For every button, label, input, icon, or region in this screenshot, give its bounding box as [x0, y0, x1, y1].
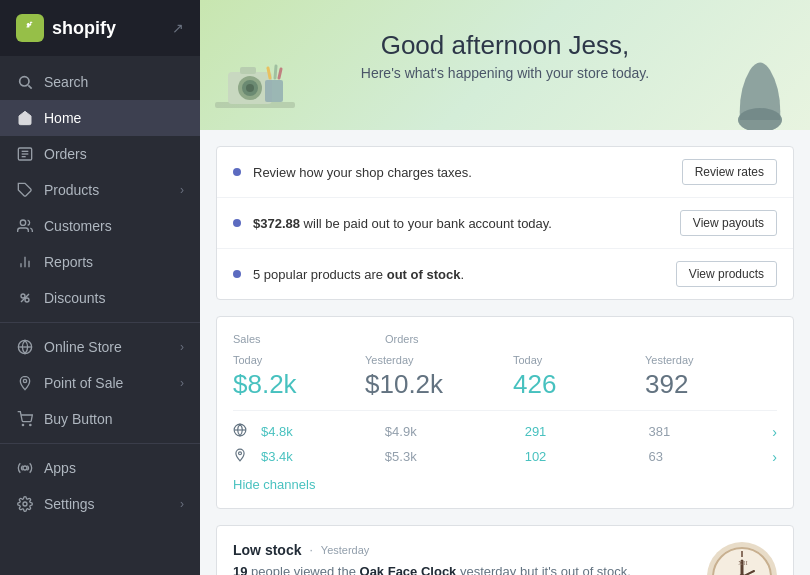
sidebar-item-settings[interactable]: Settings › [0, 486, 200, 522]
low-stock-text-mid: people viewed the [251, 564, 359, 575]
svg-line-1 [28, 85, 31, 88]
low-stock-title: Low stock [233, 542, 301, 558]
apps-label: Apps [44, 460, 76, 476]
low-stock-badge: Yesterday [321, 544, 370, 556]
hero-subtitle: Here's what's happening with your store … [240, 65, 770, 81]
sales-today-value: $8.2k [233, 369, 365, 400]
sidebar: shopify ↗ Search Home [0, 0, 200, 575]
orders-today-value: 426 [513, 369, 645, 400]
sidebar-item-customers[interactable]: Customers [0, 208, 200, 244]
svg-rect-27 [265, 80, 283, 102]
view-products-button[interactable]: View products [676, 261, 777, 287]
settings-icon [16, 495, 34, 513]
pos-chevron-icon: › [180, 376, 184, 390]
review-rates-button[interactable]: Review rates [682, 159, 777, 185]
low-stock-description: 19 people viewed the Oak Face Clock yest… [233, 564, 707, 575]
svg-rect-26 [240, 67, 256, 74]
orders-label: Orders [44, 146, 87, 162]
ch2-orders-yesterday: 63 [648, 449, 772, 464]
stat-sales-label-cell: Sales [233, 333, 369, 348]
stat-spacer1 [505, 333, 641, 348]
notification-text-payout: $372.88 will be paid out to your bank ac… [253, 216, 680, 231]
orders-yesterday-label: Yesterday [645, 354, 777, 366]
svg-line-30 [279, 69, 281, 78]
channel-row-2: $3.4k $5.3k 102 63 › [233, 444, 777, 469]
sales-today-col: Today $8.2k [233, 354, 365, 400]
notification-dot-taxes [233, 168, 241, 176]
globe-icon [233, 423, 253, 440]
notification-dot-payout [233, 219, 241, 227]
sidebar-item-products[interactable]: Products › [0, 172, 200, 208]
stats-top-row: Sales Orders [233, 333, 777, 348]
notification-payout: $372.88 will be paid out to your bank ac… [217, 198, 793, 249]
stock-highlight: out of stock [387, 267, 461, 282]
ch1-sales-today: $4.8k [261, 424, 385, 439]
low-stock-content: Low stock · Yesterday 19 people viewed t… [233, 542, 707, 575]
ch2-sales-yesterday: $5.3k [385, 449, 509, 464]
sales-section-title: Sales [233, 333, 369, 345]
sidebar-item-discounts[interactable]: Discounts [0, 280, 200, 316]
notification-text-stock: 5 popular products are out of stock. [253, 267, 676, 282]
sidebar-item-home[interactable]: Home [0, 100, 200, 136]
discounts-icon [16, 289, 34, 307]
svg-point-18 [30, 424, 31, 425]
orders-yesterday-col: Yesterday 392 [645, 354, 777, 400]
ch1-chevron-icon[interactable]: › [772, 424, 777, 440]
svg-point-16 [23, 379, 26, 382]
ch2-chevron-icon[interactable]: › [772, 449, 777, 465]
external-link-icon[interactable]: ↗ [172, 20, 184, 36]
nav-divider-1 [0, 322, 200, 323]
stats-main-values: Today $8.2k Yesterday $10.2k Today 426 Y… [233, 354, 777, 400]
orders-today-label: Today [513, 354, 645, 366]
products-label: Products [44, 182, 99, 198]
search-label: Search [44, 74, 88, 90]
payout-suffix: will be paid out to your bank account to… [300, 216, 552, 231]
sidebar-item-orders[interactable]: Orders [0, 136, 200, 172]
ch1-orders-today: 291 [509, 424, 649, 439]
ch2-orders-today: 102 [509, 449, 649, 464]
location-icon [233, 448, 253, 465]
reports-icon [16, 253, 34, 271]
products-chevron-icon: › [180, 183, 184, 197]
sidebar-item-pos[interactable]: Point of Sale › [0, 365, 200, 401]
sidebar-item-buy-button[interactable]: Buy Button [0, 401, 200, 437]
sales-yesterday-value: $10.2k [365, 369, 497, 400]
stock-prefix: popular products are [260, 267, 386, 282]
svg-point-19 [23, 466, 27, 470]
buy-button-label: Buy Button [44, 411, 113, 427]
search-icon [16, 73, 34, 91]
hero-greeting: Good afternoon Jess, [240, 30, 770, 61]
settings-chevron-icon: › [180, 497, 184, 511]
sidebar-header: shopify ↗ [0, 0, 200, 56]
sidebar-item-apps[interactable]: Apps [0, 450, 200, 486]
svg-point-35 [239, 452, 242, 455]
orders-yesterday-value: 392 [645, 369, 777, 400]
sidebar-item-reports[interactable]: Reports [0, 244, 200, 280]
hero-illustration-left [210, 30, 300, 130]
low-stock-card: Low stock · Yesterday 19 people viewed t… [216, 525, 794, 575]
nav-divider-2 [0, 443, 200, 444]
view-payouts-button[interactable]: View payouts [680, 210, 777, 236]
hide-channels-link[interactable]: Hide channels [233, 477, 777, 492]
shopify-logo[interactable]: shopify [16, 14, 116, 42]
ch1-sales-yesterday: $4.9k [385, 424, 509, 439]
low-stock-text-end: yesterday but it's out of stock. [460, 564, 631, 575]
sidebar-item-online-store[interactable]: Online Store › [0, 329, 200, 365]
channel-row-1: $4.8k $4.9k 291 381 › [233, 419, 777, 444]
payout-amount: $372.88 [253, 216, 300, 231]
low-stock-product: Oak Face Clock [360, 564, 457, 575]
ch2-sales-today: $3.4k [261, 449, 385, 464]
sidebar-item-search[interactable]: Search [0, 64, 200, 100]
svg-text:XII: XII [738, 559, 748, 567]
online-store-label: Online Store [44, 339, 122, 355]
orders-icon [16, 145, 34, 163]
orders-today-col: Today 426 [497, 354, 645, 400]
settings-label: Settings [44, 496, 95, 512]
low-stock-header: Low stock · Yesterday [233, 542, 707, 558]
svg-line-29 [275, 66, 276, 78]
svg-point-11 [21, 294, 25, 298]
svg-point-12 [25, 298, 29, 302]
sales-yesterday-col: Yesterday $10.2k [365, 354, 497, 400]
notification-dot-stock [233, 270, 241, 278]
ch1-orders-yesterday: 381 [648, 424, 772, 439]
